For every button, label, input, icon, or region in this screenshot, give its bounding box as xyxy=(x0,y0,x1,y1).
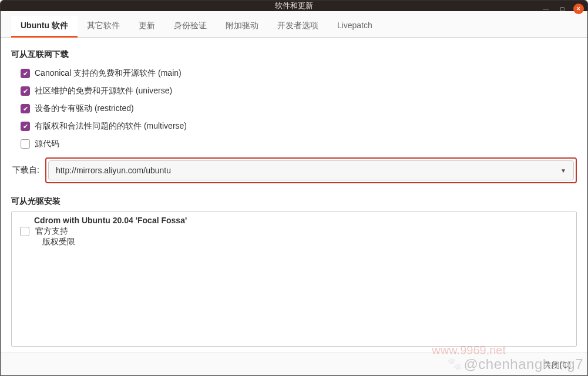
download-from-row: 下载自: http://mirrors.aliyun.com/ubuntu ▼ xyxy=(11,157,577,183)
close-window-icon[interactable] xyxy=(573,4,584,14)
titlebar: 软件和更新 xyxy=(1,1,587,11)
dialog-footer: 关闭(C) xyxy=(1,352,587,375)
option-main[interactable]: Canonical 支持的免费和开源软件 (main) xyxy=(11,65,577,82)
cdrom-line-label: 官方支持 xyxy=(35,226,68,237)
tab-label: 其它软件 xyxy=(87,21,120,30)
option-restricted[interactable]: 设备的专有驱动 (restricted) xyxy=(11,100,577,118)
option-universe[interactable]: 社区维护的免费和开源软件 (universe) xyxy=(11,82,577,100)
tab-label: 更新 xyxy=(139,21,155,30)
download-from-label: 下载自: xyxy=(11,165,39,176)
download-from-dropdown[interactable]: http://mirrors.aliyun.com/ubuntu ▼ xyxy=(48,160,574,180)
option-multiverse[interactable]: 有版权和合法性问题的的软件 (multiverse) xyxy=(11,118,577,135)
checkbox-icon[interactable] xyxy=(21,104,30,113)
option-label: Canonical 支持的免费和开源软件 (main) xyxy=(35,68,182,79)
cdrom-section-header: 可从光驱安装 xyxy=(11,196,577,207)
tab-additional-drivers[interactable]: 附加驱动 xyxy=(216,16,268,38)
internet-section-header: 可从互联网下载 xyxy=(11,49,577,60)
tab-ubuntu-software[interactable]: Ubuntu 软件 xyxy=(11,16,78,38)
checkbox-icon[interactable] xyxy=(20,227,29,236)
tab-updates[interactable]: 更新 xyxy=(129,16,164,38)
tab-authentication[interactable]: 身份验证 xyxy=(164,16,216,38)
option-label: 社区维护的免费和开源软件 (universe) xyxy=(35,86,172,96)
checkbox-icon[interactable] xyxy=(21,86,30,96)
cdrom-item-title: Cdrom with Ubuntu 20.04 'Focal Fossa' xyxy=(18,216,570,225)
option-label: 有版权和合法性问题的的软件 (multiverse) xyxy=(35,121,187,132)
cdrom-item-row[interactable]: 官方支持 xyxy=(18,226,570,237)
option-source-code[interactable]: 源代码 xyxy=(11,135,577,153)
chevron-down-icon: ▼ xyxy=(560,167,566,174)
checkbox-icon[interactable] xyxy=(21,122,30,131)
option-label: 设备的专有驱动 (restricted) xyxy=(35,103,134,114)
window-controls xyxy=(540,1,584,17)
checkbox-icon[interactable] xyxy=(21,139,30,149)
window-title: 软件和更新 xyxy=(275,1,313,11)
tab-label: 身份验证 xyxy=(174,21,207,30)
app-window: 软件和更新 Ubuntu 软件 其它软件 更新 身份验证 附加驱动 开发者选项 … xyxy=(0,0,588,376)
minimize-icon[interactable] xyxy=(540,4,551,14)
maximize-icon[interactable] xyxy=(557,4,567,14)
tab-label: Ubuntu 软件 xyxy=(21,21,68,30)
tab-other-software[interactable]: 其它软件 xyxy=(78,16,129,38)
tab-developer-options[interactable]: 开发者选项 xyxy=(268,16,328,38)
cdrom-list[interactable]: Cdrom with Ubuntu 20.04 'Focal Fossa' 官方… xyxy=(11,212,577,347)
tab-label: 附加驱动 xyxy=(226,21,258,30)
cdrom-line-label: 版权受限 xyxy=(18,237,570,247)
option-label: 源代码 xyxy=(35,139,59,149)
download-dropdown-highlight: http://mirrors.aliyun.com/ubuntu ▼ xyxy=(45,157,577,183)
tab-label: 开发者选项 xyxy=(277,21,318,30)
content-area: 可从互联网下载 Canonical 支持的免费和开源软件 (main) 社区维护… xyxy=(1,38,587,352)
checkbox-icon[interactable] xyxy=(21,69,30,78)
tab-livepatch[interactable]: Livepatch xyxy=(328,16,382,38)
tab-bar: Ubuntu 软件 其它软件 更新 身份验证 附加驱动 开发者选项 Livepa… xyxy=(1,11,587,38)
dropdown-value: http://mirrors.aliyun.com/ubuntu xyxy=(56,166,171,175)
tab-label: Livepatch xyxy=(337,21,372,30)
close-button[interactable]: 关闭(C) xyxy=(537,357,577,374)
